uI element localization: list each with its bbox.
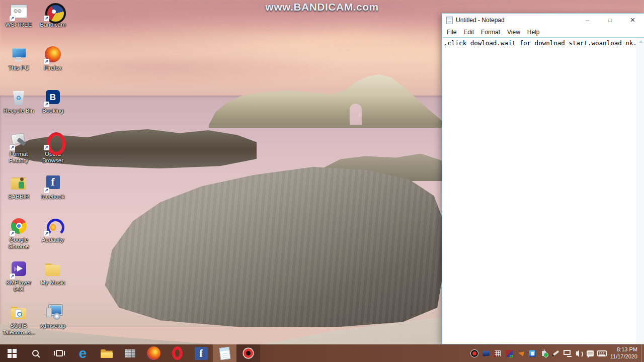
recycle-bin-icon (8, 88, 30, 107)
desktop-icon-label: Audacity (42, 237, 64, 243)
tray-bandicam-record[interactable] (469, 344, 480, 362)
notepad-icon (219, 346, 230, 359)
maximize-button[interactable]: □ (599, 14, 621, 27)
taskbar-facebook-button[interactable] (189, 344, 213, 362)
desktop-icon-sabbir[interactable]: SABBIR (2, 174, 36, 217)
desktop-icon-this-pc[interactable]: This PC (2, 45, 36, 88)
blue-app-icon (482, 350, 490, 356)
opera-icon (172, 346, 183, 360)
brick-wall-icon (125, 349, 135, 357)
desktop-icon-format-factory[interactable]: Format Factory (2, 131, 36, 174)
touch-keyboard-icon (597, 350, 607, 356)
start-button[interactable] (0, 344, 24, 362)
desktop-icon-label: xdmsetup (40, 323, 65, 329)
shortcut-arrow-overlay (44, 188, 49, 193)
tray-usb-safely-remove[interactable] (538, 344, 550, 362)
facebook-icon (195, 347, 208, 360)
desktop-icon-label: SABBIR (8, 194, 29, 200)
chrome-icon (8, 217, 30, 236)
desktop-icon-label: KMPlayer 64X (2, 280, 36, 293)
desktop-icon-bandicam[interactable]: Bandicam (36, 2, 70, 45)
shortcut-arrow-overlay (10, 274, 15, 279)
shortcut-arrow-overlay (10, 145, 15, 150)
desktop-icon-label: facebook (41, 194, 65, 200)
taskbar-file-explorer-button[interactable] (95, 344, 118, 362)
desktop-icon-kmplayer[interactable]: KMPlayer 64X (2, 260, 36, 303)
tray-blue-app[interactable] (480, 344, 492, 362)
firefox-icon (42, 45, 64, 64)
desktop-icon-xdmsetup[interactable]: xdmsetup (36, 303, 70, 346)
shortcut-arrow-overlay (10, 231, 15, 236)
tray-red-grid-app[interactable] (492, 344, 504, 362)
menu-help[interactable]: Help (524, 29, 543, 36)
desktop-icon-facebook[interactable]: facebook (36, 174, 70, 217)
desktop-icon-ws-tree[interactable]: WS-TREE (2, 2, 36, 45)
menu-view[interactable]: View (504, 29, 524, 36)
cd-disc (53, 313, 60, 320)
menu-format[interactable]: Format (477, 29, 504, 36)
desktop-icon-grid: WS-TREE Bandicam This PC Firefox Recycle… (2, 2, 70, 346)
tray-orange-horn-app[interactable] (515, 344, 527, 362)
tray-s28-app[interactable]: 28 (504, 344, 515, 362)
notepad-text-area[interactable]: .click dowload.wait for download start.w… (442, 37, 644, 344)
taskbar-record-button[interactable] (236, 344, 260, 362)
notepad-app-icon (446, 17, 453, 24)
person-head (20, 177, 24, 181)
record-icon (244, 348, 253, 358)
task-view-button[interactable] (47, 344, 71, 362)
window-controls: – □ × (576, 14, 644, 27)
taskbar-search-button[interactable] (24, 344, 47, 362)
system-tray: 28 8:13 PM 11/17/2020 (469, 344, 644, 362)
tray-kmplayer[interactable] (527, 344, 538, 362)
shortcut-arrow-overlay (44, 145, 49, 150)
desktop-icon-opera-browser[interactable]: Opera Browser (36, 131, 70, 174)
folder-with-disc-icon (8, 303, 30, 322)
file-explorer-icon (101, 349, 113, 358)
desktop-icon-label: SOJIB Talecom..s... (2, 323, 36, 336)
tray-badge: 28 (509, 354, 513, 358)
vertical-scrollbar[interactable] (636, 38, 644, 344)
desktop-icon-audacity[interactable]: Audacity (36, 217, 70, 260)
minimize-button[interactable]: – (576, 14, 599, 27)
desktop-icon-label: Firefox (44, 65, 61, 71)
booking-icon (42, 88, 64, 107)
network-icon (564, 350, 571, 355)
desktop-icon-sojib-talecom[interactable]: SOJIB Talecom..s... (2, 303, 36, 346)
desktop-icon-booking[interactable]: Booking (36, 88, 70, 131)
record-icon (471, 350, 478, 357)
tray-network[interactable] (561, 344, 573, 362)
format-factory-icon (8, 131, 30, 150)
taskbar-edge-button[interactable]: e (71, 344, 95, 362)
desktop-icon-label: This PC (9, 65, 29, 71)
close-button[interactable]: × (621, 14, 644, 27)
desktop-icon-recycle-bin[interactable]: Recycle Bin (2, 88, 36, 131)
task-view-icon (56, 350, 63, 356)
desktop-icon-google-chrome[interactable]: Google Chrome (2, 217, 36, 260)
tray-volume[interactable] (573, 344, 585, 362)
music-folder-icon (42, 260, 64, 279)
shortcut-arrow-overlay (44, 102, 49, 107)
desktop-icon-label: Booking (42, 108, 63, 114)
taskbar-firefox-button[interactable] (142, 344, 166, 362)
taskbar-clock[interactable]: 8:13 PM 11/17/2020 (608, 344, 641, 362)
window-title: Untitled - Notepad (456, 17, 505, 24)
tray-action-center[interactable] (585, 344, 596, 362)
menu-file[interactable]: File (443, 29, 460, 36)
taskbar-opera-button[interactable] (166, 344, 189, 362)
audacity-icon (42, 217, 64, 236)
this-pc-icon (8, 45, 30, 64)
notepad-titlebar[interactable]: Untitled - Notepad – □ × (442, 14, 644, 27)
taskbar-bricks-app-button[interactable] (118, 344, 142, 362)
tray-touch-keyboard[interactable] (596, 344, 608, 362)
taskbar: e 28 8:13 PM 11/17/2020 (0, 344, 644, 362)
tray-pen-app[interactable] (550, 344, 561, 362)
menu-edit[interactable]: Edit (460, 29, 477, 36)
action-center-icon (587, 350, 594, 356)
show-desktop-button[interactable] (641, 344, 644, 362)
desktop-icon-firefox[interactable]: Firefox (36, 45, 70, 88)
screen: www.BANDICAM.com WS-TREE Bandicam This P… (0, 0, 644, 362)
notepad-menubar: File Edit Format View Help (442, 27, 644, 37)
desktop-icon-label: WS-TREE (5, 22, 32, 28)
desktop-icon-my-music[interactable]: My Music (36, 260, 70, 303)
taskbar-notepad-button[interactable] (213, 344, 236, 362)
